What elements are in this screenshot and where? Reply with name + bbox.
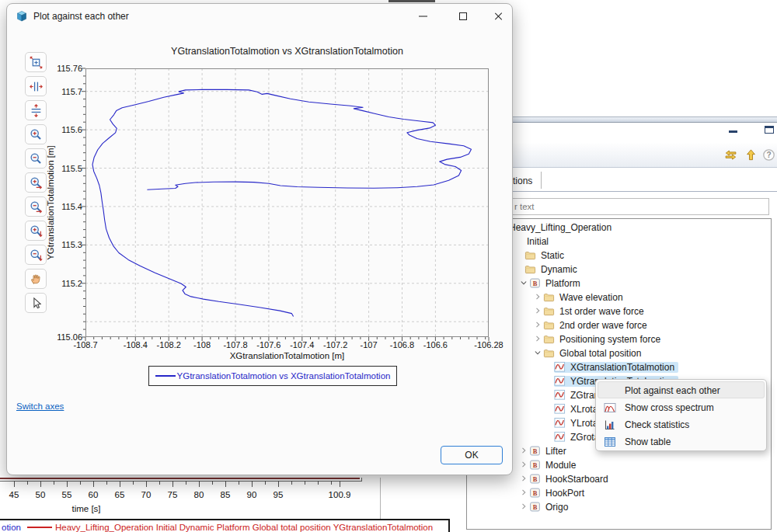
view-minimize-icon[interactable]: [729, 130, 737, 133]
chevron-right-icon[interactable]: [532, 305, 543, 315]
signal-icon: [554, 403, 566, 415]
plot-title: YGtranslationTotalmotion vs XGtranslatio…: [85, 46, 489, 57]
tree-item-origo[interactable]: BOrigo: [467, 500, 771, 514]
tree-item-label: Wave elevation: [558, 292, 625, 303]
chevron-down-icon[interactable]: [518, 277, 529, 287]
zoom-out-x-button[interactable]: [25, 196, 47, 217]
legend-label: YGtranslationTotalmotion vs XGtranslatio…: [177, 371, 391, 381]
zoom-box-button[interactable]: [25, 52, 47, 72]
minimize-button[interactable]: [413, 8, 432, 25]
time-tick: [340, 481, 340, 487]
tree-item-label: Lifter: [544, 446, 568, 457]
time-minor-tick: [212, 481, 213, 485]
folder-icon: [543, 291, 555, 303]
chevron-right-icon[interactable]: [518, 445, 529, 454]
background-window-strip: [388, 0, 435, 2]
tree-item-label: Global total position: [558, 348, 643, 359]
time-minor-tick: [239, 481, 239, 485]
y-axis-label: YGtranslationTotalmotion [m]: [46, 145, 55, 260]
fit-vertical-button[interactable]: [25, 100, 47, 120]
body-icon: B: [529, 459, 541, 471]
zoom-in-y-button[interactable]: [25, 221, 47, 241]
signal-icon: [554, 361, 566, 373]
zoom-out-button[interactable]: [25, 148, 47, 169]
svg-text:B: B: [533, 475, 538, 483]
switch-axes-link[interactable]: Switch axes: [16, 402, 64, 411]
legend-red-text: Heavy_Lifting_Operation Initial Dynamic …: [55, 523, 433, 532]
body-icon: B: [529, 445, 541, 457]
body-icon: B: [529, 487, 541, 499]
menu-item-show-table[interactable]: Show table: [598, 433, 765, 450]
chevron-right-icon[interactable]: [518, 501, 529, 510]
time-minor-tick: [27, 481, 28, 485]
x-tick-label: -108: [183, 340, 221, 349]
x-tick-label: -107.8: [217, 340, 254, 349]
table-icon: [604, 436, 616, 448]
chevron-down-icon[interactable]: [532, 347, 543, 356]
plot-area[interactable]: [85, 68, 489, 337]
dialog-titlebar[interactable]: Plot against each other: [7, 4, 512, 29]
tree-item-label: Origo: [544, 502, 570, 513]
time-tick: [14, 481, 15, 487]
menu-item-label: Check statistics: [625, 416, 689, 433]
folder-icon: [524, 263, 536, 275]
x-tick-label: -107.4: [284, 340, 321, 349]
menu-item-check-statistics[interactable]: Check statistics: [598, 416, 765, 433]
signal-icon: [554, 375, 566, 387]
menu-item-show-cross-spectrum[interactable]: Show cross spectrum: [598, 398, 765, 416]
fit-horizontal-button[interactable]: [25, 76, 47, 96]
chevron-right-icon[interactable]: [518, 487, 529, 496]
tree-item-label: 1st order wave force: [558, 306, 646, 317]
chevron-right-icon[interactable]: [518, 459, 529, 468]
tree-item-hookport[interactable]: BHookPort: [467, 486, 771, 500]
pan-button[interactable]: [25, 269, 47, 289]
tree-item-label: Positioning system force: [558, 334, 662, 345]
help-icon[interactable]: ?: [762, 148, 775, 162]
up-arrow-icon[interactable]: [744, 148, 758, 162]
y-tick-label: 115.76: [47, 64, 82, 73]
x-axis-label: XGtranslationTotalmotion [m]: [85, 351, 489, 360]
zoom-in-button[interactable]: [25, 124, 47, 144]
time-minor-tick: [106, 481, 107, 485]
time-minor-tick: [186, 481, 186, 485]
menu-item-plot-against-each-other[interactable]: Plot against each other: [598, 381, 765, 398]
zoom-out-y-button[interactable]: [25, 245, 47, 265]
time-tick: [146, 481, 147, 487]
folder-icon: [543, 305, 555, 317]
x-tick-label: -106.28: [470, 340, 507, 349]
time-minor-tick: [291, 481, 292, 485]
time-tick-label: 100.9: [324, 490, 355, 499]
x-tick-label: -106.8: [383, 340, 420, 349]
time-tick: [278, 481, 279, 487]
menu-item-label: Show cross spectrum: [625, 399, 714, 416]
time-tick: [252, 481, 253, 487]
time-tick: [225, 481, 226, 487]
cursor-button[interactable]: [25, 293, 47, 313]
filter-placeholder-fragment: r text: [514, 202, 535, 211]
folder-icon: [543, 319, 555, 331]
swap-arrows-icon[interactable]: [724, 148, 737, 162]
x-tick-label: -108.4: [117, 340, 154, 349]
maximize-button[interactable]: [454, 8, 472, 25]
chevron-right-icon[interactable]: [532, 291, 543, 301]
ok-button[interactable]: OK: [441, 446, 503, 464]
tab-label-fragment[interactable]: tions: [513, 176, 532, 186]
view-maximize-icon[interactable]: [765, 126, 774, 134]
chevron-right-icon[interactable]: [532, 319, 543, 329]
chevron-right-icon[interactable]: [532, 333, 543, 342]
time-tick: [40, 481, 41, 487]
time-minor-tick: [305, 481, 305, 485]
legend-red-line-swatch: [27, 527, 52, 528]
zoom-in-icon: [30, 128, 43, 141]
zoom-box-icon: [30, 56, 43, 69]
close-button[interactable]: [490, 8, 508, 25]
chevron-right-icon[interactable]: [518, 473, 529, 482]
tree-item-label: Static: [539, 250, 566, 261]
fit-vertical-icon: [30, 104, 43, 117]
time-minor-tick: [54, 481, 54, 485]
tree-item-hookstarboard[interactable]: BHookStarboard: [467, 472, 771, 486]
zoom-in-x-button[interactable]: [25, 172, 47, 193]
spectrum-icon: [604, 402, 616, 414]
zoom-in-y-icon: [30, 224, 43, 238]
time-tick: [120, 481, 120, 487]
